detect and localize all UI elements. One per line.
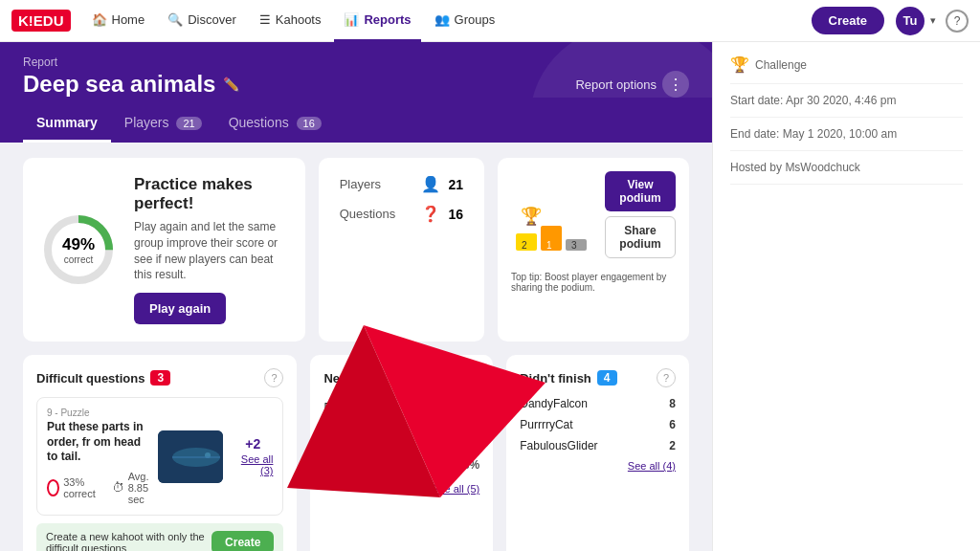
difficult-help-icon[interactable]: ? xyxy=(264,368,283,387)
diff-stats: 33% correct ⏱ Avg. 8.85 sec xyxy=(47,471,148,505)
question-text: Put these parts in order, fr om head to … xyxy=(47,420,148,465)
podium-visual: 🏆 2 1 3 xyxy=(511,203,597,258)
edit-icon[interactable]: ✏️ xyxy=(223,77,239,92)
kahoots-icon: ☰ xyxy=(259,12,271,27)
discover-icon: 🔍 xyxy=(167,12,183,27)
difficulty-plus: +2 xyxy=(238,436,267,452)
breadcrumb: Report xyxy=(23,55,689,69)
tab-players[interactable]: Players 21 xyxy=(111,109,215,143)
need-help-circle-icon xyxy=(428,426,449,447)
sidebar-challenge: 🏆 Challenge xyxy=(730,55,963,84)
players-badge: 21 xyxy=(176,117,201,130)
nav-home[interactable]: 🏠 Home xyxy=(82,0,155,42)
practice-card: 49% correct Practice makes perfect! Play… xyxy=(23,158,305,342)
questions-badge: 16 xyxy=(297,117,322,130)
clock-icon: ⏱ xyxy=(112,480,124,495)
list-item: FabulousGlider 2 xyxy=(520,439,676,452)
diff-q-info: 9 - Puzzle Put these parts in order, fr … xyxy=(47,408,148,505)
create-new-bar: Create a new kahoot with only the diffic… xyxy=(36,523,283,551)
correct-label: correct xyxy=(62,254,95,265)
see-all-didnt-finish[interactable]: See all (4) xyxy=(520,460,676,472)
create-button[interactable]: Create xyxy=(812,7,884,34)
didnt-finish-help-icon[interactable]: ? xyxy=(657,368,676,387)
sidebar-start-date: Start date: Apr 30 2020, 4:46 pm xyxy=(730,84,963,118)
questions-icon: ❓ xyxy=(421,205,440,223)
page-title: Deep sea animals ✏️ xyxy=(23,71,239,98)
podium-svg: 🏆 2 1 3 xyxy=(511,203,597,255)
chevron-down-icon[interactable]: ▾ xyxy=(930,14,936,27)
correct-circle-icon xyxy=(47,479,59,496)
options-menu-button[interactable]: ⋮ xyxy=(662,71,689,98)
play-again-button[interactable]: Play again xyxy=(134,293,226,324)
list-item: MysteryElk 18% xyxy=(323,426,479,447)
need-help-circle-icon xyxy=(428,454,449,475)
tab-questions[interactable]: Questions 16 xyxy=(215,109,335,143)
top-cards-row: 49% correct Practice makes perfect! Play… xyxy=(23,158,689,342)
questions-value: 16 xyxy=(448,207,463,222)
nav-groups[interactable]: 👥 Groups xyxy=(425,0,505,42)
players-label: Players xyxy=(340,177,414,191)
reports-icon: 📊 xyxy=(344,12,359,27)
home-icon: 🏠 xyxy=(92,12,107,27)
difficult-header: Difficult questions 3 ? xyxy=(36,368,283,387)
list-item: PurrrryCat 6 xyxy=(520,418,676,431)
content-body: 49% correct Practice makes perfect! Play… xyxy=(0,143,712,551)
right-sidebar: 🏆 Challenge Start date: Apr 30 2020, 4:4… xyxy=(712,42,980,551)
donut-chart: 49% correct xyxy=(40,211,117,288)
see-all-difficult[interactable]: See all (3) xyxy=(233,453,273,476)
see-all-need-help[interactable]: See all (5) xyxy=(323,483,479,495)
need-help-circle-icon xyxy=(434,397,456,418)
players-stat-row: Players 👤 21 xyxy=(340,175,463,193)
report-options[interactable]: Report options ⋮ xyxy=(575,71,689,98)
create-kahoot-button[interactable]: Create xyxy=(212,531,274,551)
svg-text:🏆: 🏆 xyxy=(521,206,543,227)
practice-description: Play again and let the same group improv… xyxy=(134,219,288,283)
navbar: K!EDU 🏠 Home 🔍 Discover ☰ Kahoots 📊 Repo… xyxy=(0,0,980,42)
questions-stat-row: Questions ❓ 16 xyxy=(340,205,463,223)
correct-stat: 33% correct xyxy=(47,476,100,499)
logo: K!EDU xyxy=(11,10,71,32)
practice-text: Practice makes perfect! Play again and l… xyxy=(134,175,288,324)
report-header: Report Deep sea animals ✏️ Report option… xyxy=(0,42,712,98)
correct-percent: 49% xyxy=(62,235,95,254)
bottom-cards-row: Difficult questions 3 ? 9 - Puzzle Put t… xyxy=(23,355,689,551)
avatar[interactable]: Tu xyxy=(896,7,924,35)
share-podium-button[interactable]: Share podium xyxy=(605,216,676,258)
question-image xyxy=(158,430,223,483)
difficult-question-item: 9 - Puzzle Put these parts in order, fr … xyxy=(36,397,283,516)
trophy-icon: 🏆 xyxy=(730,55,749,74)
list-item: SisterFish 18% xyxy=(323,454,479,475)
question-type: 9 - Puzzle xyxy=(47,408,148,418)
nav-kahoots[interactable]: ☰ Kahoots xyxy=(250,0,331,42)
nav-discover[interactable]: 🔍 Discover xyxy=(158,0,246,42)
difficult-questions-card: Difficult questions 3 ? 9 - Puzzle Put t… xyxy=(23,355,297,551)
difficult-badge: 3 xyxy=(150,370,170,386)
didnt-finish-list: DandyFalcon 8 PurrrryCat 6 FabulousGlide… xyxy=(520,397,676,452)
svg-text:2: 2 xyxy=(522,240,527,251)
avg-time-stat: ⏱ Avg. 8.85 sec xyxy=(112,471,149,505)
need-help-badge: 5 xyxy=(390,370,410,386)
help-icon[interactable]: ? xyxy=(946,10,969,33)
need-help-list: DandyFalcon 0% MysteryElk 18% SisterFish xyxy=(323,397,479,475)
fish-image-svg xyxy=(158,430,223,483)
need-help-help-icon[interactable]: ? xyxy=(460,368,479,387)
need-help-card: Need help 5 ? DandyFalcon 0% Mystery xyxy=(310,355,493,551)
main-content: Report Deep sea animals ✏️ Report option… xyxy=(0,42,712,551)
players-value: 21 xyxy=(448,177,463,192)
list-item: DandyFalcon 0% xyxy=(323,397,479,418)
groups-icon: 👥 xyxy=(434,12,450,27)
list-item: DandyFalcon 8 xyxy=(520,397,676,410)
svg-text:1: 1 xyxy=(546,240,552,251)
tab-bar: Summary Players 21 Questions 16 xyxy=(0,98,712,143)
nav-reports[interactable]: 📊 Reports xyxy=(334,0,420,42)
view-podium-button[interactable]: View podium xyxy=(605,171,676,211)
sidebar-end-date: End date: May 1 2020, 10:00 am xyxy=(730,118,963,151)
svg-text:3: 3 xyxy=(571,240,577,251)
tab-summary[interactable]: Summary xyxy=(23,109,111,143)
sidebar-hosted-by: Hosted by MsWoodchuck xyxy=(730,151,963,185)
donut-label: 49% correct xyxy=(62,235,95,265)
players-icon: 👤 xyxy=(421,175,440,193)
didnt-finish-header: Didn't finish 4 ? xyxy=(520,368,676,387)
didnt-finish-card: Didn't finish 4 ? DandyFalcon 8 PurrrryC… xyxy=(506,355,689,551)
stats-box: Players 👤 21 Questions ❓ 16 xyxy=(319,158,484,342)
